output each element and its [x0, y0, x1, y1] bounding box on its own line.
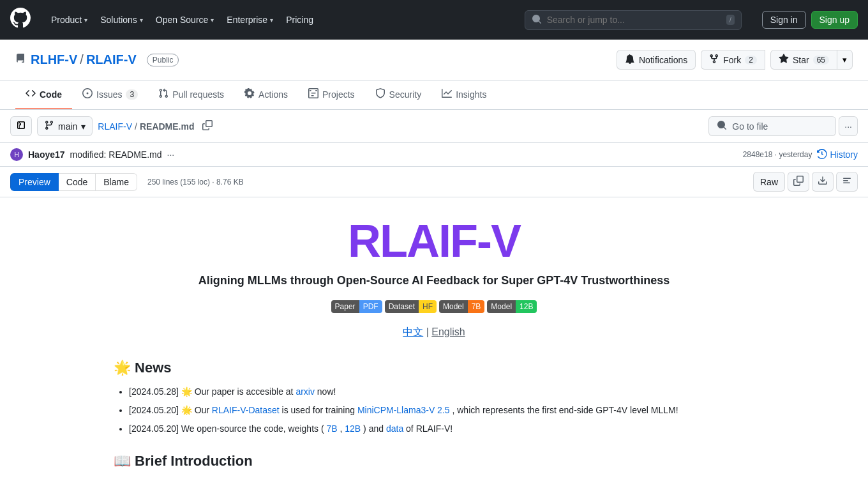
badge-model-12b[interactable]: Model 12B — [487, 300, 537, 313]
fork-button[interactable]: Fork 2 — [701, 50, 765, 70]
badge-dataset[interactable]: Dataset HF — [385, 300, 437, 313]
copy-path-button[interactable] — [200, 118, 215, 135]
minicpm-link[interactable]: MiniCPM-Llama3-V 2.5 — [357, 405, 450, 415]
repo-tabs: Code Issues 3 Pull requests Actions Proj… — [0, 80, 868, 110]
rlaif-dataset-link[interactable]: RLAIF-V-Dataset — [212, 405, 280, 415]
notifications-button[interactable]: Notifications — [617, 50, 696, 70]
issue-icon — [82, 88, 93, 100]
weights-12b-link[interactable]: 12B — [345, 423, 361, 434]
top-navigation: Product ▾ Solutions ▾ Open Source ▾ Ente… — [0, 0, 868, 40]
copy-raw-button[interactable] — [788, 172, 809, 192]
file-path-name: README.md — [140, 121, 195, 132]
nav-links: Product ▾ Solutions ▾ Open Source ▾ Ente… — [46, 11, 318, 29]
breadcrumb-separator: / — [80, 52, 84, 67]
download-button[interactable] — [812, 172, 834, 192]
commit-hash: 2848e18 · yesterday — [743, 150, 812, 159]
nav-product[interactable]: Product ▾ — [46, 11, 93, 29]
go-to-file-button[interactable]: Go to file — [708, 116, 836, 136]
language-selector: 中文 | English — [114, 326, 754, 339]
star-button[interactable]: Star 65 — [770, 50, 837, 70]
tab-security[interactable]: Security — [365, 80, 432, 109]
history-icon — [817, 149, 827, 161]
chevron-down-icon: ▾ — [842, 55, 847, 65]
nav-enterprise[interactable]: Enterprise ▾ — [221, 11, 278, 29]
data-link[interactable]: data — [386, 423, 403, 434]
github-logo[interactable] — [10, 8, 31, 32]
search-input[interactable] — [547, 15, 721, 25]
chevron-down-icon: ▾ — [140, 17, 143, 24]
code-button[interactable]: Code — [59, 173, 96, 191]
more-options-button[interactable]: ··· — [839, 116, 858, 136]
view-mode-buttons: Preview Code Blame — [10, 173, 137, 191]
repo-icon — [15, 54, 26, 66]
brief-intro-heading: 📖 Brief Introduction — [114, 453, 754, 469]
file-header-actions: Go to file ··· — [708, 116, 858, 136]
repo-name-link[interactable]: RLAIF-V — [86, 52, 137, 67]
top-nav-actions: Sign in Sign up — [762, 11, 858, 29]
sign-in-button[interactable]: Sign in — [762, 11, 806, 29]
repo-owner-link[interactable]: RLHF-V — [31, 52, 77, 67]
list-item: [2024.05.20] We open-source the code, we… — [129, 421, 754, 437]
tab-insights[interactable]: Insights — [431, 80, 497, 109]
fork-button-group: Fork 2 — [701, 50, 765, 70]
news-list: [2024.05.28] 🌟 Our paper is accesible at… — [114, 384, 754, 438]
weights-7b-link[interactable]: 7B — [327, 423, 338, 434]
visibility-badge: Public — [147, 54, 179, 66]
file-toolbar-right: Raw — [753, 172, 858, 192]
breadcrumb: RLHF-V / RLAIF-V — [31, 52, 137, 67]
star-button-group: Star 65 ▾ — [770, 50, 853, 70]
actions-icon — [244, 88, 255, 100]
chevron-down-icon: ▾ — [211, 17, 214, 24]
pull-request-icon — [158, 88, 168, 100]
search-shortcut: / — [726, 15, 735, 25]
readme-subtitle: Aligning MLLMs through Open-Source AI Fe… — [114, 274, 754, 287]
badges-container: Paper PDF Dataset HF Model 7B Model 12B — [114, 300, 754, 313]
outline-button[interactable] — [836, 172, 858, 192]
tab-pull-requests[interactable]: Pull requests — [148, 80, 234, 109]
star-dropdown-button[interactable]: ▾ — [837, 50, 853, 70]
avatar: H — [10, 148, 23, 161]
nav-solutions[interactable]: Solutions ▾ — [95, 11, 148, 29]
nav-pricing[interactable]: Pricing — [281, 11, 318, 29]
code-icon — [26, 88, 36, 100]
arxiv-link[interactable]: arxiv — [296, 386, 315, 397]
raw-button[interactable]: Raw — [753, 172, 785, 192]
commit-bar: H Haoye17 modified: README.md ··· 2848e1… — [0, 143, 868, 167]
commit-expand-button[interactable]: ··· — [167, 149, 175, 160]
star-icon — [779, 54, 789, 66]
branch-selector[interactable]: main ▾ — [37, 116, 93, 136]
file-stats: 250 lines (155 loc) · 8.76 KB — [147, 178, 244, 187]
search-bar[interactable]: / — [525, 10, 742, 30]
file-header: main ▾ RLAIF-V / README.md Go to file ··… — [0, 110, 868, 143]
badge-model-7b[interactable]: Model 7B — [439, 300, 484, 313]
file-breadcrumb: RLAIF-V / README.md — [98, 121, 194, 132]
chevron-down-icon: ▾ — [270, 17, 273, 24]
readme-title: RLAIF-V — [114, 218, 754, 264]
fork-icon — [709, 54, 719, 66]
history-button[interactable]: History — [817, 149, 858, 161]
lang-zh-link[interactable]: 中文 — [403, 326, 423, 337]
search-icon — [532, 14, 542, 26]
tab-actions[interactable]: Actions — [234, 80, 298, 109]
lang-en-link[interactable]: English — [431, 326, 465, 337]
sidebar-toggle-button[interactable] — [10, 116, 32, 136]
sign-up-button[interactable]: Sign up — [811, 11, 858, 29]
security-icon — [375, 88, 385, 100]
preview-button[interactable]: Preview — [10, 173, 59, 191]
chevron-down-icon: ▾ — [81, 121, 86, 132]
projects-icon — [308, 88, 318, 100]
branch-icon — [44, 120, 54, 132]
readme-content: RLAIF-V Aligning MLLMs through Open-Sour… — [83, 197, 785, 488]
blame-button[interactable]: Blame — [96, 173, 137, 191]
tab-projects[interactable]: Projects — [298, 80, 365, 109]
repo-header: RLHF-V / RLAIF-V Public Notifications Fo… — [0, 40, 868, 80]
list-item: [2024.05.20] 🌟 Our RLAIF-V-Dataset is us… — [129, 402, 754, 418]
file-toolbar: Preview Code Blame 250 lines (155 loc) ·… — [0, 167, 868, 197]
file-path-repo[interactable]: RLAIF-V — [98, 121, 132, 132]
news-heading: 🌟 News — [114, 360, 754, 376]
chevron-down-icon: ▾ — [84, 17, 87, 24]
badge-paper[interactable]: Paper PDF — [331, 300, 382, 313]
tab-code[interactable]: Code — [15, 80, 72, 109]
tab-issues[interactable]: Issues 3 — [72, 80, 148, 109]
nav-opensource[interactable]: Open Source ▾ — [151, 11, 220, 29]
